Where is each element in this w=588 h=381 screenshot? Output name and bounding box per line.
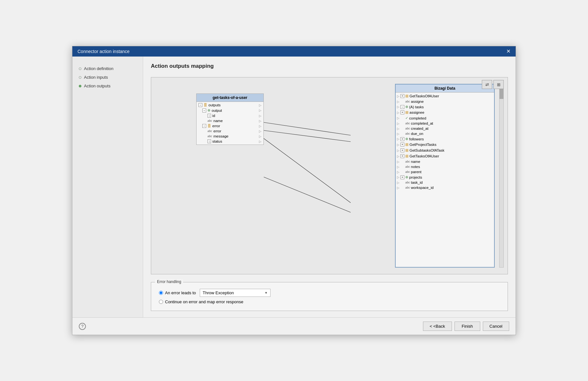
type-name: abc <box>207 119 212 122</box>
right-row-tasks[interactable]: ▷ − ⊕ (A) tasks <box>396 104 494 110</box>
node-row-output[interactable]: − ⊕ output ▷ <box>197 108 263 113</box>
id-arrow: ▷ <box>259 114 262 118</box>
right-row-GetTasksOfAUser[interactable]: ▷ + ⊞ GetTasksOfAUser <box>396 93 494 99</box>
error-row-2: Continue on error and map error response <box>159 298 500 306</box>
right-row-GetProjectTasks[interactable]: ▷ + ⊞ GetProjectTasks <box>396 142 494 147</box>
error-row-1: An error leads to Throw Exception ▼ <box>159 288 500 298</box>
radio-2-label: Continue on error and map error response <box>165 299 243 304</box>
folder-icon-outputs: 🗄 <box>204 103 207 107</box>
type-due-on: abc <box>405 132 410 135</box>
right-row-name[interactable]: ▷ abc name <box>396 159 494 164</box>
output-arrow: ▷ <box>259 109 262 112</box>
node-row-status[interactable]: 1 status ▷ <box>197 139 263 144</box>
type-notes: abc <box>405 165 410 168</box>
right-row-followers[interactable]: ▷ + ⊕ followers <box>396 136 494 142</box>
sidebar-label-2: Action inputs <box>84 75 108 80</box>
svg-line-2 <box>264 138 351 203</box>
mapping-area: ⇄ ⊞ get-tasks-of-a-user − 🗄 outputs <box>151 77 508 274</box>
error-label: error <box>212 124 220 128</box>
arrow-task-id: ▷ <box>397 181 400 184</box>
right-row-due-on[interactable]: ▷ abc due_on <box>396 131 494 136</box>
array-icon-followers: ⊕ <box>405 137 408 141</box>
expand-tasks[interactable]: − <box>400 105 404 109</box>
message-label: message <box>214 134 229 138</box>
right-row-assignee[interactable]: ▷ + ⊞ assignee <box>396 110 494 115</box>
node-row-id[interactable]: 1 id ▷ <box>197 113 263 118</box>
toolbar-btn-2[interactable]: ⊞ <box>493 80 504 89</box>
error-handling-section: Error handling An error leads to Throw E… <box>151 282 508 311</box>
label-task-id: task_id <box>411 181 423 184</box>
db-icon-1: ⊞ <box>405 94 409 98</box>
radio-1-label: An error leads to <box>165 290 196 295</box>
expand-GetProjectTasks[interactable]: + <box>400 143 404 146</box>
arrow-GetProjectTasks: ▷ <box>397 143 400 146</box>
cancel-button[interactable]: Cancel <box>483 322 509 331</box>
label-GetProjectTasks: GetProjectTasks <box>409 143 436 146</box>
right-panel-header: Bizagi Data <box>396 84 494 93</box>
expand-outputs[interactable]: − <box>198 103 202 107</box>
sidebar-item-action-outputs[interactable]: Action outputs <box>79 82 136 90</box>
type-id: 1 <box>207 114 211 118</box>
outputs-label: outputs <box>208 103 221 107</box>
node-row-error[interactable]: − 🗄 error ▷ <box>197 123 263 128</box>
expand-GetSubtasksOfATask[interactable]: + <box>400 148 404 152</box>
label-GetTasksOfAUser: GetTasksOfAUser <box>409 94 439 98</box>
label-notes: notes <box>411 165 420 169</box>
right-row-parent[interactable]: ▷ abc parent <box>396 169 494 174</box>
node-row-outputs[interactable]: − 🗄 outputs ▷ <box>197 102 263 108</box>
close-button[interactable]: ✕ <box>506 49 510 54</box>
arrow-assignee: ▷ <box>397 111 400 114</box>
radio-label-1[interactable]: An error leads to <box>159 290 196 295</box>
back-button[interactable]: < <Back <box>423 322 452 331</box>
label-parent: parent <box>411 170 422 174</box>
right-row-projects[interactable]: ▷ + ⊕ projects <box>396 174 494 180</box>
outputs-arrow: ▷ <box>259 103 262 107</box>
finish-button[interactable]: Finish <box>455 322 480 331</box>
error-field-arrow: ▷ <box>259 129 262 133</box>
right-row-GetSubtasksOfATask[interactable]: ▷ + ⊞ GetSubtasksOfATask <box>396 147 494 153</box>
right-row-created-at[interactable]: ▷ abc created_at <box>396 126 494 131</box>
right-row-task-id[interactable]: ▷ abc task_id <box>396 180 494 185</box>
throw-exception-dropdown[interactable]: Throw Exception ▼ <box>200 289 271 297</box>
expand-followers[interactable]: + <box>400 137 404 141</box>
id-label: id <box>212 114 215 118</box>
arrow-completed-at: ▷ <box>397 122 400 125</box>
arrow-completed: ▷ <box>397 116 400 120</box>
help-icon[interactable]: ? <box>79 323 86 330</box>
right-row-completed-at[interactable]: ▷ abc completed_at <box>396 121 494 126</box>
node-row-message[interactable]: abc message ▷ <box>197 134 263 139</box>
sidebar-item-action-inputs[interactable]: Action inputs <box>79 73 136 82</box>
dialog-title: Connector action instance <box>78 49 130 54</box>
scrollbar-right[interactable] <box>499 84 504 268</box>
type-assigne: abc <box>405 100 410 103</box>
right-row-workspace-id[interactable]: ▷ abc workspace_id <box>396 185 494 190</box>
help-icon-label: ? <box>81 324 83 329</box>
radio-error-leads-to[interactable] <box>159 291 163 295</box>
right-row-GetTasksOfAUser2[interactable]: ▷ + ⊞ GetTasksOfAUser <box>396 153 494 159</box>
db-icon-3: ⊞ <box>405 148 409 153</box>
radio-continue-on-error[interactable] <box>159 300 163 304</box>
expand-GetTasksOfAUser2[interactable]: + <box>400 154 404 158</box>
expand-output[interactable]: − <box>202 109 206 112</box>
right-row-assigne[interactable]: ▷ abc assigne <box>396 99 494 104</box>
node-row-error-field[interactable]: abc error ▷ <box>197 128 263 134</box>
array-icon-output: ⊕ <box>207 108 210 112</box>
right-row-notes[interactable]: ▷ abc notes <box>396 164 494 169</box>
sidebar-item-action-definition[interactable]: Action definition <box>79 64 136 73</box>
right-row-completed[interactable]: ▷ ✓ completed <box>396 115 494 121</box>
expand-assignee[interactable]: + <box>400 111 404 114</box>
arrow-GetTasksOfAUser2: ▷ <box>397 155 400 158</box>
sidebar-dot-2 <box>79 76 81 79</box>
type-created-at: abc <box>405 127 410 130</box>
label-GetSubtasksOfATask: GetSubtasksOfATask <box>409 148 444 152</box>
toolbar-btn-1[interactable]: ⇄ <box>482 80 492 89</box>
expand-error[interactable]: − <box>202 124 206 128</box>
label-created-at: created_at <box>411 127 428 130</box>
radio-label-2[interactable]: Continue on error and map error response <box>159 299 243 304</box>
name-arrow: ▷ <box>259 119 262 123</box>
node-row-name[interactable]: abc name ▷ <box>197 118 263 123</box>
expand-GetTasksOfAUser[interactable]: + <box>400 94 404 98</box>
expand-projects[interactable]: + <box>400 175 404 179</box>
label-assigne: assigne <box>411 100 424 103</box>
dialog-body: Action definition Action inputs Action o… <box>72 57 516 317</box>
